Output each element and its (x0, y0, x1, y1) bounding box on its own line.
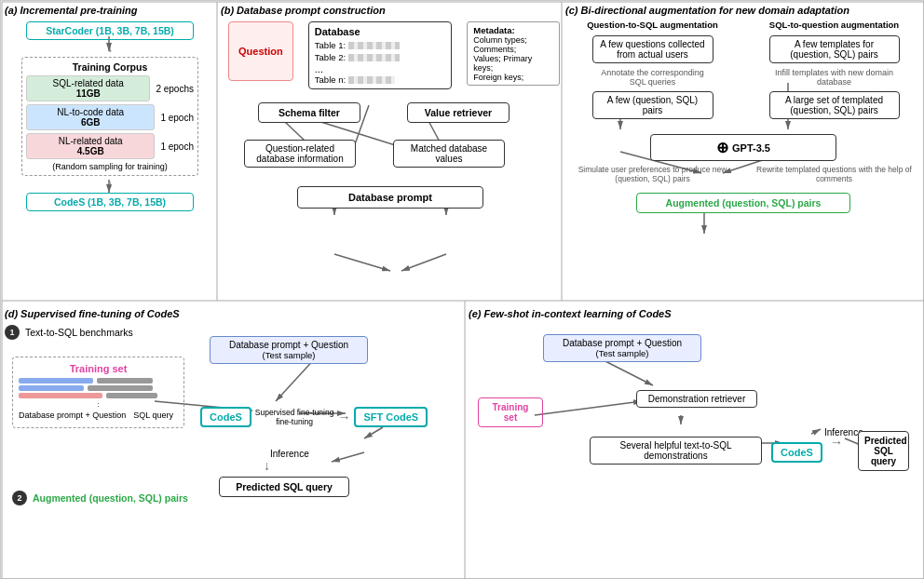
b-middle-row: Schema filter Value retriever (258, 102, 560, 123)
db-prompt-q-label: Database prompt + Question (19, 411, 126, 420)
panel-a-title: (a) Incremental pre-training (5, 5, 215, 16)
predicted-box-d: Predicted SQL query (219, 477, 349, 497)
d-training-area: Training set : (12, 357, 184, 428)
training-lines: : Database prompt + Question SQL query (19, 378, 178, 420)
templated-pairs-box: A large set of templated (question, SQL)… (769, 91, 900, 119)
few-templates-box: A few templates for (question, SQL) pair… (769, 35, 900, 63)
demonstrations-box: Several helpful text-to-SQL demonstratio… (590, 437, 762, 465)
metadata-box: Metadata: Column types; Comments; Values… (467, 21, 560, 86)
blue-data-line-1 (19, 378, 93, 384)
sql-to-q-col: SQL-to-question augmentation A few templ… (747, 20, 921, 121)
test-sample-box-e: Database prompt + Question (Test sample) (543, 334, 701, 362)
nl-row: NL-related data 4.5GB 1 epoch (26, 133, 194, 159)
metadata-title: Metadata: (473, 25, 553, 35)
codes-box-a: CodeS (1B, 3B, 7B, 15B) (26, 193, 194, 211)
b-top-row: Question Database Table 1: Table 2: ... … (228, 21, 560, 89)
sql-row: SQL-related data 11GB 2 epochs (26, 75, 194, 101)
tablen-row: Table n: (315, 74, 446, 85)
nl-code-row: NL-to-code data 6GB 1 epoch (26, 104, 194, 130)
table2-row: Table 2: (315, 52, 446, 62)
question-box: Question (228, 21, 293, 81)
augmented-pairs-label: Augmented (question, SQL) pairs (33, 492, 188, 504)
augmented-row: Augmented (question, SQL) pairs (565, 193, 921, 213)
augmented-box: Augmented (question, SQL) pairs (636, 193, 850, 213)
circle-2: 2 (12, 491, 27, 505)
inference-arrow-e: → (830, 435, 843, 450)
panel-a: (a) Incremental pre-training StarCoder (… (5, 5, 215, 299)
nl-box: NL-related data 4.5GB (26, 133, 155, 159)
panel-c-title: (c) Bi-directional augmentation for new … (565, 5, 921, 16)
codes-box-e: CodeS (771, 442, 822, 463)
sft-codes-box: SFT CodeS (354, 407, 428, 427)
annotate-label: Annotate the corresponding SQL queries (592, 68, 713, 87)
db-label: Database (315, 26, 446, 37)
d-codes-row: CodeS Supervised fine-tuning fine-tuning… (200, 407, 428, 427)
sql-to-q-title: SQL-to-question augmentation (769, 20, 899, 30)
rewrite-label: Rewrite templated questions with the hel… (747, 165, 921, 183)
metadata-items: Column types; Comments; Values; Primary … (473, 35, 553, 82)
arrow1: ↓ (107, 42, 113, 55)
b-lower-row: Question-related database information Ma… (244, 140, 560, 168)
b-prompt-row: Database prompt (221, 186, 560, 209)
e-demo-retriever: Demonstration retriever (636, 390, 757, 408)
q-to-sql-col: Question-to-SQL augmentation A few quest… (565, 20, 740, 121)
table1-stripe (348, 42, 400, 49)
supervised-label: Supervised fine-tuning fine-tuning (255, 408, 334, 426)
training-dashed-box: Training set : (12, 357, 184, 428)
demo-retriever-box: Demonstration retriever (636, 390, 757, 408)
panel-b-title: (b) Database prompt construction (221, 5, 560, 16)
table1-row: Table 1: (315, 40, 446, 50)
simulate-label: Simulate user preferences to produce new… (565, 165, 740, 183)
panel-d-title: (d) Supervised fine-tuning of CodeS (5, 308, 463, 319)
nl-code-epochs: 1 epoch (160, 113, 194, 123)
test-sample-d: Database prompt + Question (Test sample) (210, 336, 368, 364)
gray-data-line-2 (88, 385, 153, 391)
e-codes: CodeS (771, 442, 822, 463)
d-augmented-row: 2 Augmented (question, SQL) pairs (12, 491, 188, 505)
tablen-stripe (348, 76, 395, 84)
few-pairs-box: A few (question, SQL) pairs (592, 91, 713, 119)
nl-code-box: NL-to-code data 6GB (26, 104, 155, 130)
starcoder-box: StarCoder (1B, 3B, 7B, 15B) (26, 21, 194, 40)
q-to-sql-title: Question-to-SQL augmentation (587, 20, 718, 30)
arrow2: ↓ (107, 178, 113, 191)
matched-values-box: Matched database values (393, 140, 505, 168)
db-info-box: Question-related database information (244, 140, 356, 168)
gray-data-line-1 (97, 378, 153, 384)
e-test-sample: Database prompt + Question (Test sample) (543, 334, 701, 362)
benchmarks-label: Text-to-SQL benchmarks (25, 327, 133, 338)
training-set-label-e: Training set (486, 402, 535, 423)
gpt-row: ⊕ GPT-3.5 (565, 134, 921, 161)
database-box: Database Table 1: Table 2: ... Table n: (308, 21, 453, 89)
sql-epochs: 2 epochs (156, 84, 194, 94)
codes-box-d: CodeS (200, 407, 251, 427)
circle-1: 1 (5, 325, 20, 340)
sql-query-label: SQL query (133, 411, 173, 420)
db-prompt-box: Database prompt (297, 186, 483, 209)
c-labels-row: Simulate user preferences to produce new… (565, 165, 921, 183)
right-arrow-d: → (337, 410, 350, 424)
training-corpus-box: Training Corpus SQL-related data 11GB 2 … (21, 57, 198, 176)
diagram-container: (a) Incremental pre-training StarCoder (… (0, 0, 924, 579)
panel-e-title: (e) Few-shot in-context learning of Code… (469, 308, 921, 319)
blue-data-line-2 (19, 385, 84, 391)
panel-b: (b) Database prompt construction Questio… (221, 5, 560, 299)
value-retriever-box: Value retriever (407, 102, 510, 123)
e-training-set: Training set (478, 397, 543, 427)
inference-arrow-d: ↓ (264, 458, 270, 473)
gpt-box: ⊕ GPT-3.5 (650, 134, 836, 161)
inference-label-d: Inference (270, 449, 309, 459)
schema-filter-box: Schema filter (258, 102, 360, 123)
infill-label: Infill templates with new domain databas… (769, 68, 900, 87)
gray-data-line-3 (106, 393, 157, 398)
predicted-d: Predicted SQL query (219, 477, 349, 497)
e-demonstrations: Several helpful text-to-SQL demonstratio… (590, 437, 762, 465)
test-sample-box-d: Database prompt + Question (Test sample) (210, 336, 368, 364)
panel-d: (d) Supervised fine-tuning of CodeS 1 Te… (5, 304, 463, 576)
few-questions-box: A few questions collected from actual us… (592, 35, 713, 63)
training-corpus-label: Training Corpus (26, 61, 194, 73)
nl-epochs: 1 epoch (160, 141, 194, 152)
panel-c: (c) Bi-directional augmentation for new … (565, 5, 921, 299)
c-columns: Question-to-SQL augmentation A few quest… (565, 20, 921, 121)
random-sampling: (Random sampling for training) (26, 162, 194, 171)
